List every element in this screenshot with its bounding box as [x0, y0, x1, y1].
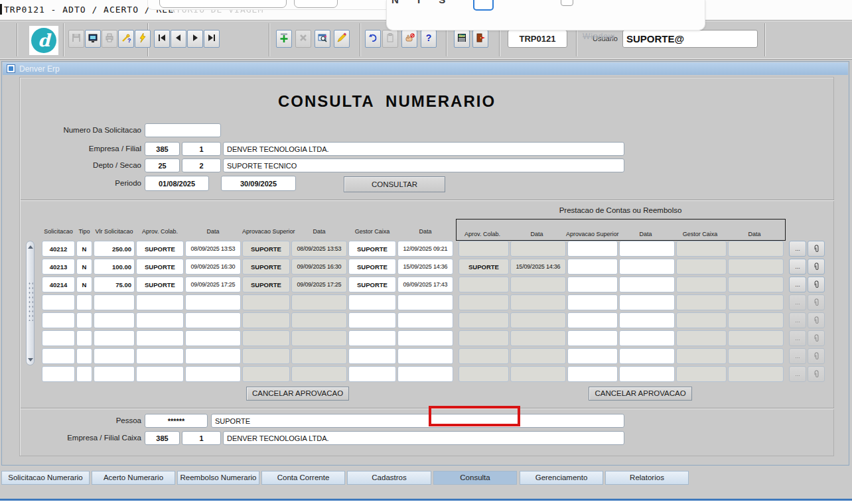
- tab-gerenciamento[interactable]: Gerenciamento: [520, 471, 603, 485]
- empresa-filial-field[interactable]: 1: [182, 142, 221, 156]
- cell-vlr-solicitacao[interactable]: [94, 312, 135, 328]
- save-button[interactable]: [68, 30, 84, 48]
- row-more-button[interactable]: ...: [789, 241, 806, 257]
- depto-secao-field[interactable]: 2: [182, 158, 221, 172]
- caixa-code-field[interactable]: 385: [145, 431, 180, 445]
- tab-solicitacao-numerario[interactable]: Solicitacao Numerario: [1, 471, 90, 485]
- cell-vlr-solicitacao[interactable]: 250.00: [94, 241, 135, 257]
- nav-last-button[interactable]: [204, 30, 220, 48]
- row-attachment-button[interactable]: [808, 259, 825, 275]
- scrollbar-up-button[interactable]: [27, 243, 34, 251]
- empresa-name-field[interactable]: DENVER TECNOLOGIA LTDA.: [223, 142, 624, 156]
- cell-aprov-colab[interactable]: [136, 330, 184, 346]
- cell-data[interactable]: 09/09/2025 16:30: [185, 259, 241, 275]
- cell-vlr-solicitacao[interactable]: 75.00: [94, 277, 135, 292]
- depto-code-field[interactable]: 25: [145, 158, 180, 172]
- undo-button[interactable]: [365, 30, 381, 48]
- cell-p-aprovacao-superior[interactable]: [567, 366, 618, 382]
- tab-reembolso-numerario[interactable]: Reembolso Numerario: [177, 471, 259, 485]
- cell-solicitacao[interactable]: [42, 312, 75, 328]
- cell-data[interactable]: 15/09/2025 14:36: [397, 259, 453, 275]
- lightning-wand-button[interactable]: [135, 30, 151, 48]
- overlay-checkbox-selected[interactable]: [473, 0, 494, 11]
- cell-data[interactable]: [397, 348, 453, 364]
- periodo-to-field[interactable]: 30/09/2025: [221, 176, 296, 191]
- cell-solicitacao[interactable]: 40213: [42, 259, 75, 275]
- pessoa-code-field[interactable]: ******: [145, 414, 208, 428]
- caixa-name-field[interactable]: DENVER TECNOLOGIA LTDA.: [223, 431, 624, 445]
- cell-aprov-colab[interactable]: SUPORTE: [136, 241, 184, 257]
- tab-consulta[interactable]: Consulta: [433, 471, 517, 485]
- cell-data[interactable]: [185, 348, 241, 364]
- cell-p-data[interactable]: [619, 348, 675, 364]
- cell-aprov-colab[interactable]: [136, 294, 184, 310]
- cell-vlr-solicitacao[interactable]: [94, 348, 135, 364]
- cell-data[interactable]: [397, 330, 453, 346]
- cell-p-aprovacao-superior[interactable]: [567, 330, 618, 346]
- cell-p-data[interactable]: [619, 241, 675, 257]
- new-window-button[interactable]: New: [454, 30, 470, 48]
- row-attachment-button[interactable]: [808, 241, 825, 257]
- pessoa-name-field[interactable]: SUPORTE: [211, 414, 624, 428]
- cell-tipo[interactable]: N: [76, 259, 92, 275]
- cell-gestor-caixa[interactable]: SUPORTE: [348, 241, 396, 257]
- cell-tipo[interactable]: [76, 330, 92, 346]
- numero-input[interactable]: [145, 123, 221, 137]
- cell-aprov-colab[interactable]: SUPORTE: [136, 259, 184, 275]
- tab-acerto-numerario[interactable]: Acerto Numerario: [92, 471, 175, 485]
- consultar-button[interactable]: CONSULTAR: [344, 176, 445, 192]
- cell-aprov-colab[interactable]: [136, 312, 184, 328]
- cell-data[interactable]: 08/09/2025 13:53: [185, 241, 241, 257]
- edit-wand-button[interactable]: [334, 30, 350, 48]
- cell-gestor-caixa[interactable]: [348, 312, 396, 328]
- cell-p-aprovacao-superior[interactable]: [567, 348, 618, 364]
- nav-first-button[interactable]: [154, 30, 170, 48]
- cell-p-data[interactable]: [619, 330, 675, 346]
- cell-solicitacao[interactable]: [42, 330, 75, 346]
- cell-gestor-caixa[interactable]: [348, 294, 396, 310]
- grid-scrollbar[interactable]: [26, 241, 35, 365]
- cell-gestor-caixa[interactable]: [348, 348, 396, 364]
- cell-solicitacao[interactable]: 40214: [42, 277, 75, 292]
- overlay-input-1[interactable]: [159, 0, 287, 8]
- cell-p-aprovacao-superior[interactable]: [567, 294, 618, 310]
- cell-data[interactable]: 12/09/2025 09:21: [397, 241, 453, 257]
- cell-data[interactable]: 09/09/2025 17:25: [185, 277, 241, 292]
- user-field[interactable]: SUPORTE@: [622, 30, 758, 48]
- cell-tipo[interactable]: [76, 312, 92, 328]
- cell-data[interactable]: [397, 366, 453, 382]
- cell-gestor-caixa[interactable]: SUPORTE: [348, 259, 396, 275]
- cell-tipo[interactable]: N: [76, 241, 92, 257]
- screen-button[interactable]: [85, 30, 101, 48]
- cell-tipo[interactable]: [76, 366, 92, 382]
- query-button[interactable]: [315, 30, 330, 48]
- cell-aprov-colab[interactable]: [136, 366, 184, 382]
- cell-solicitacao[interactable]: 40212: [42, 241, 75, 257]
- hand-block-button[interactable]: [401, 30, 417, 48]
- cell-p-aprovacao-superior[interactable]: [567, 241, 618, 257]
- row-more-button[interactable]: ...: [789, 259, 806, 275]
- cell-p-data[interactable]: [619, 277, 675, 292]
- cell-aprov-colab[interactable]: [136, 348, 184, 364]
- delete-record-button[interactable]: [295, 30, 311, 48]
- cell-tipo[interactable]: N: [76, 277, 92, 292]
- cell-p-aprovacao-superior[interactable]: [567, 277, 618, 292]
- cell-vlr-solicitacao[interactable]: [94, 294, 135, 310]
- cancel-approval-left-button[interactable]: CANCELAR APROVACAO: [246, 387, 349, 401]
- overlay-input-2[interactable]: [294, 0, 338, 8]
- periodo-from-field[interactable]: 01/08/2025: [145, 176, 209, 191]
- exit-button[interactable]: [472, 30, 488, 48]
- cell-data[interactable]: [397, 312, 453, 328]
- cell-vlr-solicitacao[interactable]: [94, 330, 135, 346]
- scrollbar-down-button[interactable]: [27, 355, 34, 363]
- caixa-filial-field[interactable]: 1: [182, 431, 221, 445]
- cell-data[interactable]: 09/09/2025 17:43: [397, 277, 453, 292]
- cell-tipo[interactable]: [76, 348, 92, 364]
- scrollbar-thumb[interactable]: [28, 281, 33, 321]
- row-attachment-button[interactable]: [808, 277, 825, 292]
- cell-aprov-colab[interactable]: SUPORTE: [136, 277, 184, 292]
- cell-solicitacao[interactable]: [42, 348, 75, 364]
- cell-gestor-caixa[interactable]: SUPORTE: [348, 277, 396, 292]
- print-button[interactable]: [102, 30, 117, 48]
- cell-p-data[interactable]: [619, 366, 675, 382]
